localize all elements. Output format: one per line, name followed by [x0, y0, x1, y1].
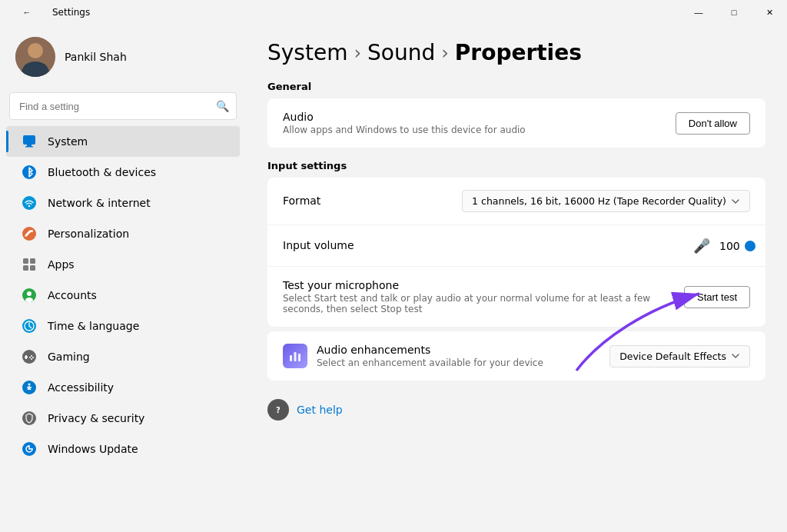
titlebar-left: ← Settings: [9, 0, 90, 25]
format-value: 1 channels, 16 bit, 16000 Hz (Tape Recor…: [472, 195, 726, 207]
app-title: Settings: [52, 7, 90, 18]
input-settings-label: Input settings: [267, 160, 765, 171]
sidebar-label-privacy: Privacy & security: [48, 412, 144, 424]
format-dropdown[interactable]: 1 channels, 16 bit, 16000 Hz (Tape Recor…: [462, 190, 750, 212]
sidebar-item-personalization[interactable]: Personalization: [6, 218, 240, 249]
sidebar-item-update[interactable]: Windows Update: [6, 434, 240, 464]
breadcrumb-system: System: [267, 40, 347, 65]
svg-rect-12: [23, 258, 28, 264]
svg-rect-38: [298, 354, 301, 361]
sidebar-item-privacy[interactable]: Privacy & security: [6, 403, 240, 434]
test-mic-row: Test your microphone Select Start test a…: [267, 267, 765, 327]
svg-rect-4: [23, 135, 35, 145]
start-test-button[interactable]: Start test: [684, 286, 750, 308]
close-button[interactable]: ✕: [752, 0, 787, 25]
svg-rect-6: [25, 146, 33, 148]
audio-subtitle: Allow apps and Windows to use this devic…: [283, 125, 526, 135]
svg-point-18: [25, 298, 33, 302]
sidebar-label-personalization: Personalization: [48, 228, 129, 240]
sidebar-item-accounts[interactable]: Accounts: [6, 280, 240, 311]
svg-rect-13: [30, 258, 35, 264]
test-mic-title: Test your microphone: [283, 279, 652, 291]
get-help-link[interactable]: Get help: [297, 404, 343, 416]
dont-allow-button[interactable]: Don't allow: [676, 112, 750, 135]
svg-point-17: [27, 291, 32, 296]
svg-rect-14: [23, 265, 28, 271]
enhancements-card: Audio enhancements Select an enhancement…: [267, 331, 765, 381]
game-icon: [22, 349, 37, 364]
help-icon: ?: [272, 404, 284, 416]
page-title: System › Sound › Properties: [267, 40, 765, 65]
microphone-icon: 🎤: [693, 238, 710, 254]
profile-name: Pankil Shah: [65, 51, 127, 63]
sidebar-label-network: Network & internet: [48, 197, 151, 209]
svg-point-1: [28, 43, 43, 58]
svg-point-27: [29, 357, 31, 358]
titlebar: ← Settings — □ ✕: [0, 0, 787, 25]
minimize-button[interactable]: —: [681, 0, 716, 25]
sidebar-label-apps: Apps: [48, 258, 75, 271]
profile-section: Pankil Shah: [0, 25, 246, 92]
enhancements-icon: [283, 344, 307, 368]
enhancements-subtitle: Select an enhancement available for your…: [317, 357, 543, 368]
accessibility-icon: [22, 380, 37, 395]
general-section-label: General: [267, 81, 765, 92]
sidebar-item-accessibility[interactable]: Accessibility: [6, 372, 240, 403]
clock-icon: [22, 318, 37, 334]
chevron-down-icon: [731, 197, 740, 206]
svg-rect-36: [290, 355, 292, 361]
sidebar-item-network[interactable]: Network & internet: [6, 188, 240, 218]
svg-point-29: [28, 384, 31, 386]
svg-rect-37: [294, 352, 297, 361]
chevron-down-icon-2: [731, 351, 740, 361]
svg-text:?: ?: [276, 406, 281, 414]
sidebar-label-bluetooth: Bluetooth & devices: [48, 166, 156, 178]
sidebar-label-accessibility: Accessibility: [48, 381, 114, 394]
enhancements-dropdown[interactable]: Device Default Effects: [609, 345, 750, 367]
breadcrumb-sep2: ›: [441, 42, 449, 64]
volume-slider-thumb[interactable]: [745, 241, 755, 251]
breadcrumb-sep1: ›: [354, 42, 361, 64]
equalizer-icon: [288, 349, 302, 363]
maximize-button[interactable]: □: [716, 0, 752, 25]
svg-rect-23: [25, 357, 28, 358]
enhancements-title: Audio enhancements: [317, 344, 543, 356]
sidebar-item-gaming[interactable]: Gaming: [6, 341, 240, 372]
enhancements-row: Audio enhancements Select an enhancement…: [267, 331, 765, 381]
sidebar: Pankil Shah 🔍 System: [0, 25, 246, 532]
svg-rect-5: [27, 145, 32, 146]
titlebar-controls: — □ ✕: [681, 0, 787, 25]
svg-point-25: [32, 357, 34, 358]
sidebar-label-gaming: Gaming: [48, 351, 90, 363]
audio-title: Audio: [283, 111, 526, 123]
search-icon: 🔍: [216, 100, 229, 112]
bluetooth-icon: [22, 165, 37, 180]
person-icon: [22, 288, 37, 303]
svg-point-26: [31, 358, 32, 360]
back-button[interactable]: ←: [9, 0, 45, 25]
sidebar-label-update: Windows Update: [48, 443, 138, 455]
sidebar-label-time: Time & language: [48, 320, 139, 332]
shield-icon: [22, 411, 37, 426]
svg-point-21: [22, 350, 36, 364]
svg-point-24: [31, 355, 32, 357]
sidebar-item-time[interactable]: Time & language: [6, 311, 240, 341]
svg-point-11: [31, 230, 33, 232]
format-row: Format 1 channels, 16 bit, 16000 Hz (Tap…: [267, 178, 765, 225]
svg-point-9: [28, 205, 30, 207]
enhancements-value: Device Default Effects: [619, 351, 726, 362]
search-input[interactable]: [9, 92, 237, 120]
app-body: Pankil Shah 🔍 System: [0, 25, 787, 532]
audio-card: Audio Allow apps and Windows to use this…: [267, 98, 765, 148]
apps-icon: [22, 257, 37, 272]
get-help-icon: ?: [267, 399, 289, 421]
sidebar-item-system[interactable]: System: [6, 126, 240, 157]
volume-value: 100: [719, 240, 741, 252]
input-settings-card: Format 1 channels, 16 bit, 16000 Hz (Tap…: [267, 178, 765, 327]
test-mic-subtitle: Select Start test and talk or play audio…: [283, 293, 652, 314]
breadcrumb-sound: Sound: [367, 40, 435, 65]
sidebar-item-apps[interactable]: Apps: [6, 249, 240, 280]
sidebar-item-bluetooth[interactable]: Bluetooth & devices: [6, 157, 240, 188]
sidebar-label-accounts: Accounts: [48, 289, 97, 301]
search-box: 🔍: [9, 92, 237, 120]
